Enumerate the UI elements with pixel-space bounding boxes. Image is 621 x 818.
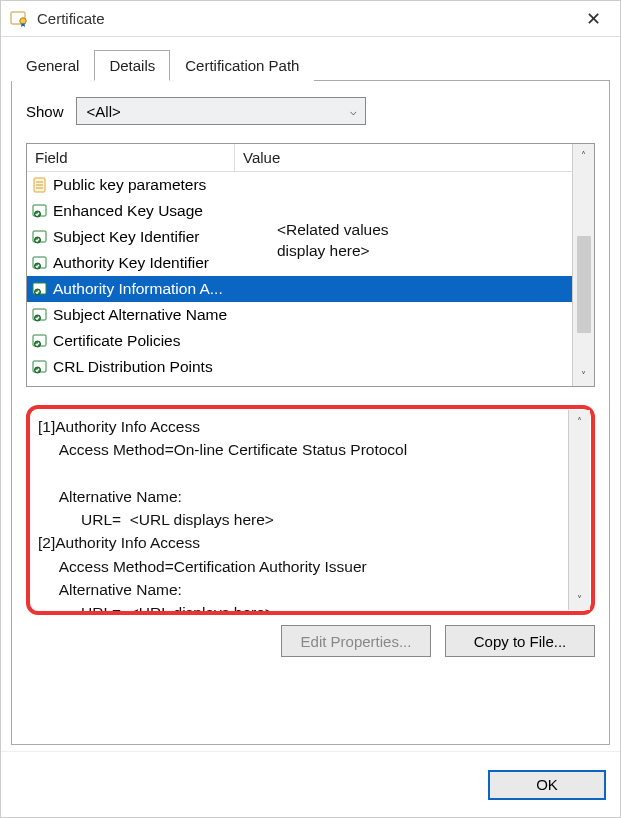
value-placeholder: <Related values display here>: [277, 220, 389, 262]
edit-properties-button: Edit Properties...: [281, 625, 431, 657]
tab-panel-details: Show <All> ⌵ Field Value <Related values: [11, 81, 610, 745]
titlebar: Certificate ✕: [1, 1, 620, 37]
extension-icon: [31, 202, 49, 220]
field-cell: CRL Distribution Points: [27, 358, 235, 376]
field-label: Enhanced Key Usage: [53, 202, 203, 220]
field-cell: Subject Key Identifier: [27, 228, 235, 246]
dialog-body: General Details Certification Path Show …: [1, 37, 620, 751]
ok-button[interactable]: OK: [488, 770, 606, 800]
button-row: Edit Properties... Copy to File...: [26, 625, 595, 657]
field-cell: Authority Key Identifier: [27, 254, 235, 272]
tab-details[interactable]: Details: [94, 50, 170, 81]
chevron-down-icon: ⌵: [350, 105, 357, 118]
extension-icon: [31, 254, 49, 272]
tab-certification-path[interactable]: Certification Path: [170, 50, 314, 81]
field-list: Field Value <Related values display here…: [26, 143, 595, 387]
field-list-scrollbar[interactable]: ˄ ˅: [572, 144, 594, 386]
field-row[interactable]: CRL Distribution Points: [27, 354, 572, 380]
field-cell: Authority Information A...: [27, 280, 235, 298]
field-label: CRL Distribution Points: [53, 358, 213, 376]
detail-text[interactable]: [1]Authority Info Access Access Method=O…: [30, 409, 567, 611]
tabstrip: General Details Certification Path: [11, 49, 610, 81]
scroll-down-icon[interactable]: ˅: [569, 588, 590, 610]
show-dropdown[interactable]: <All> ⌵: [76, 97, 366, 125]
extension-icon: [31, 358, 49, 376]
field-label: Subject Alternative Name: [53, 306, 227, 324]
field-list-content: Field Value <Related values display here…: [27, 144, 572, 386]
tab-general[interactable]: General: [11, 50, 94, 81]
column-header-value[interactable]: Value: [235, 144, 572, 172]
show-dropdown-value: <All>: [87, 103, 121, 120]
scroll-up-icon[interactable]: ˄: [573, 144, 594, 166]
scroll-down-icon[interactable]: ˅: [573, 364, 594, 386]
show-label: Show: [26, 103, 64, 120]
field-label: Certificate Policies: [53, 332, 181, 350]
scroll-up-icon[interactable]: ˄: [569, 410, 590, 432]
detail-text-box: [1]Authority Info Access Access Method=O…: [26, 405, 595, 615]
page-icon: [31, 176, 49, 194]
show-row: Show <All> ⌵: [26, 97, 595, 125]
field-cell: Public key parameters: [27, 176, 235, 194]
field-label: Subject Key Identifier: [53, 228, 199, 246]
copy-to-file-button[interactable]: Copy to File...: [445, 625, 595, 657]
extension-icon: [31, 228, 49, 246]
extension-icon: [31, 306, 49, 324]
value-placeholder-l2: display here>: [277, 241, 389, 262]
scroll-thumb[interactable]: [577, 236, 591, 333]
field-cell: Enhanced Key Usage: [27, 202, 235, 220]
field-row[interactable]: Certificate Policies: [27, 328, 572, 354]
column-header-field[interactable]: Field: [27, 144, 235, 172]
field-cell: Subject Alternative Name: [27, 306, 235, 324]
field-list-rows: <Related values display here> Public key…: [27, 172, 572, 380]
field-label: Authority Information A...: [53, 280, 223, 298]
field-label: Public key parameters: [53, 176, 206, 194]
close-button[interactable]: ✕: [570, 1, 616, 37]
field-cell: Certificate Policies: [27, 332, 235, 350]
field-row[interactable]: Subject Alternative Name: [27, 302, 572, 328]
value-placeholder-l1: <Related values: [277, 220, 389, 241]
field-list-header: Field Value: [27, 144, 572, 172]
dialog-footer: OK: [1, 751, 620, 817]
detail-scrollbar[interactable]: ˄ ˅: [568, 410, 590, 610]
svg-point-1: [20, 17, 26, 23]
extension-icon: [31, 332, 49, 350]
field-row[interactable]: Public key parameters: [27, 172, 572, 198]
certificate-icon: [9, 9, 29, 29]
window-title: Certificate: [37, 10, 570, 27]
certificate-dialog: Certificate ✕ General Details Certificat…: [0, 0, 621, 818]
field-row[interactable]: Authority Information A...: [27, 276, 572, 302]
field-label: Authority Key Identifier: [53, 254, 209, 272]
extension-icon: [31, 280, 49, 298]
